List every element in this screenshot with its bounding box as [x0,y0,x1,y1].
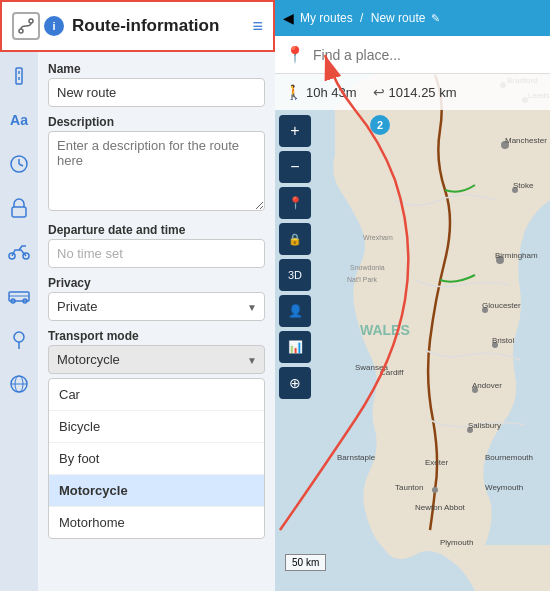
description-field-group: Description [48,115,265,215]
transport-select[interactable]: Motorcycle [48,345,265,374]
van-icon[interactable] [5,282,33,310]
svg-text:Bournemouth: Bournemouth [485,453,533,462]
breadcrumb-current: New route [371,11,426,25]
privacy-select[interactable]: Private Public Friends [48,292,265,321]
departure-field-group: Departure date and time [48,223,265,268]
zoom-in-button[interactable]: + [279,115,311,147]
transport-dropdown-list: Car Bicycle By foot Motorcycle Motorhome [48,378,265,539]
svg-text:Plymouth: Plymouth [440,538,473,547]
svg-text:Barnstaple: Barnstaple [337,453,376,462]
departure-input[interactable] [48,239,265,268]
map-controls: + − 📍 🔒 3D 👤 📊 ⊕ [279,115,311,399]
text-icon[interactable]: Aa [5,106,33,134]
map-search-bar: 📍 [275,36,550,74]
svg-rect-2 [16,68,22,84]
motorcycle-icon[interactable] [5,238,33,266]
name-field-group: Name [48,62,265,107]
user-button[interactable]: 👤 [279,295,311,327]
svg-text:Cardiff: Cardiff [380,368,404,377]
svg-text:Manchester: Manchester [505,136,547,145]
pin-icon[interactable] [5,326,33,354]
svg-line-7 [19,164,23,166]
panel-header: i Route-information ≡ [0,0,275,52]
side-icon-strip: Aa [0,52,38,591]
name-input[interactable] [48,78,265,107]
description-label: Description [48,115,265,129]
chart-button[interactable]: 📊 [279,331,311,363]
route-icon [12,12,40,40]
location-button[interactable]: 📍 [279,187,311,219]
lock-icon[interactable] [5,194,33,222]
privacy-label: Privacy [48,276,265,290]
name-label: Name [48,62,265,76]
svg-rect-8 [12,207,26,217]
map-stats-bar: 🚶 10h 43m ↩ 1014.25 km [275,74,550,110]
time-icon: 🚶 [285,84,302,100]
distance-icon: ↩ [373,84,385,100]
svg-text:Gloucester: Gloucester [482,301,521,310]
clock-icon[interactable] [5,150,33,178]
svg-text:Exeter: Exeter [425,458,448,467]
svg-text:Birmingham: Birmingham [495,251,538,260]
hamburger-menu-button[interactable]: ≡ [252,16,263,37]
header-icons: i [12,12,64,40]
breadcrumb-separator: / [360,11,363,25]
search-pin-icon: 📍 [285,45,305,64]
svg-point-15 [14,332,24,342]
transport-select-wrap: Motorcycle [48,345,265,374]
compass-button[interactable]: ⊕ [279,367,311,399]
departure-label: Departure date and time [48,223,265,237]
route-badge: 2 [370,115,390,135]
zoom-out-button[interactable]: − [279,151,311,183]
globe-icon[interactable] [5,370,33,398]
breadcrumb: My routes / New route [300,11,425,25]
map-panel: Bradford Leeds Manchester Stoke Birmingh… [275,0,550,591]
svg-text:Bristol: Bristol [492,336,514,345]
transport-label: Transport mode [48,329,265,343]
svg-point-1 [29,19,33,23]
svg-text:Stoke: Stoke [513,181,534,190]
breadcrumb-my-routes[interactable]: My routes [300,11,353,25]
transport-field-group: Transport mode Motorcycle Car Bicycle By… [48,329,265,539]
dropdown-item-by-foot[interactable]: By foot [49,443,264,475]
svg-text:Newton Abbot: Newton Abbot [415,503,466,512]
description-textarea[interactable] [48,131,265,211]
svg-text:WALES: WALES [360,322,410,338]
svg-text:Salisbury: Salisbury [468,421,501,430]
map-search-input[interactable] [313,47,540,63]
time-value: 10h 43m [306,85,357,100]
scale-bar: 50 km [285,554,326,571]
3d-button[interactable]: 3D [279,259,311,291]
svg-text:Andover: Andover [472,381,502,390]
lock-map-button[interactable]: 🔒 [279,223,311,255]
time-stat: 🚶 10h 43m [285,84,357,100]
privacy-field-group: Privacy Private Public Friends [48,276,265,321]
svg-text:Snowdonia: Snowdonia [350,264,385,271]
dropdown-item-car[interactable]: Car [49,379,264,411]
dropdown-item-bicycle[interactable]: Bicycle [49,411,264,443]
dropdown-item-motorcycle[interactable]: Motorcycle [49,475,264,507]
svg-text:Nat'l Park: Nat'l Park [347,276,378,283]
info-icon[interactable]: i [44,16,64,36]
panel-title: Route-information [72,16,244,36]
form-area: Name Description Departure date and time… [0,52,275,591]
svg-text:Taunton: Taunton [395,483,423,492]
distance-value: 1014.25 km [389,85,457,100]
svg-point-30 [432,487,438,493]
edit-icon[interactable]: ✎ [431,12,440,25]
privacy-select-wrap: Private Public Friends [48,292,265,321]
svg-text:Weymouth: Weymouth [485,483,523,492]
scale-value: 50 km [292,557,319,568]
svg-text:Wrexham: Wrexham [363,234,393,241]
map-top-bar: ◀ My routes / New route ✎ [275,0,550,36]
svg-point-0 [19,29,23,33]
road-icon[interactable] [5,62,33,90]
dropdown-item-motorhome[interactable]: Motorhome [49,507,264,538]
distance-stat: ↩ 1014.25 km [373,84,457,100]
